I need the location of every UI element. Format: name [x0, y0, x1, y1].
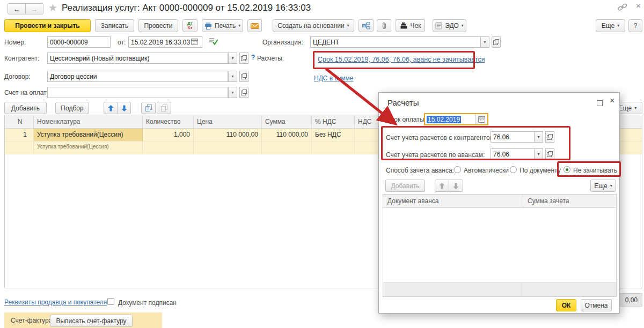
receipt-button[interactable]: Чек [396, 19, 425, 32]
items-add-button[interactable]: Добавить [4, 102, 47, 114]
nav-group: ← → [8, 3, 43, 14]
seller-buyer-details-link[interactable]: Реквизиты продавца и покупателя [4, 299, 107, 306]
organization-dropdown-button[interactable]: ▾ [480, 36, 489, 48]
col-price[interactable]: Цена [194, 115, 262, 128]
open-icon [241, 73, 247, 79]
vat-in-sum-link[interactable]: НДС в сумме [314, 74, 354, 82]
chevron-down-icon: ▾ [634, 106, 636, 110]
field-help-icon[interactable]: ? [251, 54, 255, 61]
due-date-field[interactable]: 15.02.2019 [424, 113, 488, 125]
cell-n[interactable]: 1 [5, 129, 34, 141]
dialog-move-up-button[interactable] [435, 180, 449, 192]
back-button[interactable]: ← [8, 3, 26, 14]
chevron-down-icon: ▾ [462, 24, 464, 28]
payment-invoice-dropdown-button[interactable]: ▾ [228, 87, 237, 98]
attachments-button[interactable] [377, 19, 391, 32]
cell-content[interactable]: Уступка требований(Цессия) [34, 141, 143, 154]
col-sum[interactable]: Сумма [262, 115, 312, 128]
paste-row-button[interactable] [157, 102, 171, 114]
items-pick-button[interactable]: Подбор [55, 102, 89, 114]
settlements-link[interactable]: Срок 15.02.2019, 76.06, 76.06, аванс не … [318, 56, 485, 63]
chevron-down-icon: ▾ [231, 56, 233, 61]
cell-quantity[interactable]: 1,000 [143, 129, 194, 141]
post-and-close-button[interactable]: Провести и закрыть [4, 19, 91, 32]
get-link-icon[interactable] [617, 3, 628, 13]
contract-field[interactable]: Договор цессии [47, 71, 228, 82]
contract-open-button[interactable] [239, 71, 248, 82]
move-down-button[interactable] [117, 102, 131, 114]
date-label: от: [118, 39, 126, 46]
col-offset-sum[interactable]: Сумма зачета [523, 195, 616, 207]
radio-by-document-label[interactable]: По документу [519, 167, 561, 174]
chevron-down-icon: ▾ [617, 24, 619, 28]
number-field[interactable]: 0000-000009 [47, 36, 111, 48]
related-documents-button[interactable] [358, 19, 374, 32]
set-current-date-icon[interactable] [209, 37, 218, 47]
chevron-down-icon: ▾ [484, 40, 486, 44]
payment-invoice-open-button[interactable] [239, 87, 248, 98]
contract-label: Договор: [4, 73, 31, 80]
organization-field[interactable]: ЦЕДЕНТ [310, 36, 481, 48]
radio-automatic-label[interactable]: Автоматически [464, 167, 509, 174]
forward-button[interactable]: → [25, 3, 43, 14]
account-counterparty-open-button[interactable] [545, 131, 554, 143]
email-button[interactable] [247, 19, 262, 32]
favorite-star-icon[interactable]: ★ [48, 2, 57, 14]
due-date-value: 15.02.2019 [427, 116, 461, 123]
more-button[interactable]: Еще▾ [596, 19, 625, 32]
counterparty-field[interactable]: Цессионарий (Новый поставщик) [47, 53, 228, 64]
print-button[interactable]: Печать▾ [202, 19, 243, 32]
counterparty-dropdown-button[interactable]: ▾ [228, 53, 237, 64]
radio-by-document[interactable] [510, 166, 517, 173]
copy-disabled-icon [161, 105, 167, 111]
cell-nomenclature[interactable]: Уступка требований(Цессия) [34, 129, 143, 141]
cell-price[interactable]: 110 000,00 [194, 129, 262, 141]
create-on-base-button[interactable]: Создать на основании▾ [273, 19, 354, 32]
move-up-button[interactable] [104, 102, 118, 114]
cell-vat-rate[interactable]: Без НДС [312, 129, 355, 141]
col-advance-document[interactable]: Документ аванса [383, 195, 523, 207]
dialog-more-button[interactable]: Еще▾ [590, 180, 616, 192]
organization-open-button[interactable] [492, 36, 501, 48]
col-nomenclature[interactable]: Номенклатура [34, 115, 143, 128]
cell-sum[interactable]: 110 000,00 [262, 129, 312, 141]
due-date-calendar-button[interactable] [475, 114, 487, 124]
help-button[interactable]: ? [628, 19, 642, 32]
issue-invoice-button[interactable]: Выписать счет-фактуру [50, 315, 133, 327]
copy-row-button[interactable] [141, 102, 156, 114]
calendar-icon[interactable] [191, 38, 198, 47]
document-signed-checkbox[interactable] [107, 298, 114, 305]
account-advance-dropdown-button[interactable]: ▾ [534, 148, 543, 160]
payment-invoice-label: Счет на оплату: [4, 89, 52, 96]
account-counterparty-field[interactable]: 76.06 [491, 131, 535, 143]
account-advance-field[interactable]: 76.06 [491, 148, 535, 160]
col-vat-rate[interactable]: % НДС [312, 115, 355, 128]
radio-automatic[interactable] [454, 166, 461, 173]
dialog-add-button[interactable]: Добавить [385, 180, 425, 192]
radio-do-not-offset[interactable] [564, 166, 570, 173]
settlements-label: Расчеты: [257, 55, 284, 62]
advance-table-header: Документ аванса Сумма зачета [383, 195, 616, 208]
arrow-up-icon [439, 183, 445, 189]
radio-do-not-offset-label[interactable]: Не зачитывать [573, 167, 617, 174]
copy-icon [145, 105, 152, 111]
cancel-button[interactable]: Отмена [581, 299, 612, 311]
ok-button[interactable]: ОК [556, 299, 576, 311]
account-counterparty-dropdown-button[interactable]: ▾ [534, 131, 543, 143]
dtkt-postings-button[interactable]: Дт Кт [182, 19, 197, 32]
save-button[interactable]: Записать [95, 19, 134, 32]
open-icon [241, 90, 247, 95]
window-close-icon[interactable]: × [636, 1, 641, 10]
dialog-minimize-icon[interactable] [597, 100, 603, 106]
dialog-move-down-button[interactable] [449, 180, 463, 192]
account-advance-open-button[interactable] [545, 148, 554, 160]
post-button[interactable]: Провести [138, 19, 178, 32]
col-quantity[interactable]: Количество [143, 115, 194, 128]
contract-dropdown-button[interactable]: ▾ [228, 71, 237, 82]
counterparty-open-button[interactable] [239, 53, 248, 64]
payment-invoice-field[interactable] [47, 87, 228, 98]
col-n[interactable]: N [5, 115, 34, 128]
edo-document-icon [435, 22, 442, 29]
dialog-close-icon[interactable]: × [610, 96, 614, 106]
edo-button[interactable]: ЭДО▾ [433, 19, 466, 32]
